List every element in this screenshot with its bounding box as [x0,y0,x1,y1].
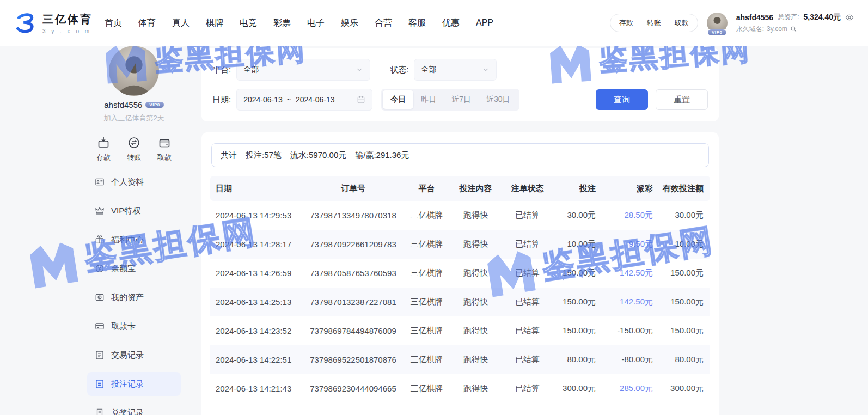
sidebar-item-bet-records[interactable]: 投注记录 [87,372,181,396]
summary-winloss: 输/赢:291.36元 [355,150,409,161]
coin-icon [95,264,105,273]
brand[interactable]: 三亿体育 3 y . c o m [14,11,93,34]
sidebar-item-transactions[interactable]: 交易记录 [87,343,181,367]
cell-valid: 30.00元 [659,210,710,221]
cell-platform: 三亿棋牌 [404,210,450,221]
table-row: 2024-06-13 14:21:437379869230444094665三亿… [210,374,710,403]
profile-avatar[interactable] [109,46,159,96]
brand-logo-icon [14,11,37,34]
table-row: 2024-06-13 14:25:137379870132387227081三亿… [210,288,710,316]
cell-payout: -150.00元 [602,326,659,336]
cell-order: 7379869522501870876 [303,355,404,364]
nav-item[interactable]: 电子 [307,17,325,29]
nav-item[interactable]: 首页 [105,17,122,29]
cell-date: 2024-06-13 14:22:51 [210,355,303,364]
sidebar-vip-badge: VIP0 [145,102,163,108]
crown-icon [95,206,105,216]
search-icon[interactable] [790,26,797,33]
cell-content: 跑得快 [450,383,502,394]
status-select[interactable]: 全部 [414,59,497,81]
quick-deposit[interactable]: 存款 [90,136,117,162]
date-range-input[interactable]: 2024-06-13 ~ 2024-06-13 [236,89,372,111]
sidebar-username: ahsfd4556 [104,100,142,109]
bet-records-table: 日期 订单号 平台 投注内容 注单状态 投注 派彩 有效投注额 2024-06-… [210,176,710,403]
transfer-icon [127,136,140,149]
nav-item[interactable]: 体育 [138,17,156,29]
bet-record-icon [95,379,105,389]
summary-total-label: 共计 [221,150,237,161]
nav-item[interactable]: 真人 [172,17,190,29]
range-7days-button[interactable]: 近7日 [444,90,479,109]
sidebar-item-vip[interactable]: VIP特权 [87,199,181,223]
cell-content: 跑得快 [450,268,502,278]
wallet-actions: 存款 转账 取款 [610,14,698,32]
main-nav: 首页 体育 真人 棋牌 电竞 彩票 电子 娱乐 合营 客服 优惠 APP [105,17,493,29]
cell-platform: 三亿棋牌 [404,268,450,278]
platform-select[interactable]: 全部 [236,59,370,81]
cell-payout: 142.50元 [602,268,659,278]
range-yesterday-button[interactable]: 昨日 [413,90,444,109]
chevron-down-icon [482,66,490,74]
date-to: 2024-06-13 [296,95,335,104]
header-avatar-wrap[interactable]: VIP0 [706,13,729,33]
search-button[interactable]: 查询 [596,89,648,110]
transfer-button[interactable]: 转账 [640,14,668,32]
table-header-row: 日期 订单号 平台 投注内容 注单状态 投注 派彩 有效投注额 [210,176,710,201]
table-row: 2024-06-13 14:28:177379870922661209783三亿… [210,230,710,259]
cell-content: 跑得快 [450,297,502,307]
deposit-button[interactable]: 存款 [613,14,640,32]
cell-order: 7379869230444094665 [303,384,404,393]
cell-valid: 150.00元 [659,268,710,278]
cell-payout: 142.50元 [602,297,659,307]
sidebar-item-profile[interactable]: 个人资料 [87,170,181,194]
cell-bet: 30.00元 [553,210,602,221]
nav-item[interactable]: 客服 [408,17,426,29]
nav-item[interactable]: 彩票 [273,17,291,29]
quick-range-group: 今日 昨日 近7日 近30日 [381,89,519,111]
nav-item[interactable]: 电竞 [240,17,257,29]
nav-item[interactable]: 棋牌 [206,17,223,29]
joined-days: 加入三亿体育第2天 [87,113,181,123]
cell-content: 跑得快 [450,210,502,221]
cell-valid: 10.00元 [659,239,710,249]
sidebar-item-yuebao[interactable]: 余额宝 [87,257,181,280]
cell-payout: 28.50元 [602,210,659,221]
cell-status: 已结算 [502,210,553,221]
sidebar-item-prize-records[interactable]: 兑奖记录 [87,401,181,415]
nav-item[interactable]: 优惠 [442,17,460,29]
cell-valid: 150.00元 [659,297,710,307]
reset-button[interactable]: 重置 [656,89,708,110]
summary-bar: 共计 投注:57笔 流水:5970.00元 输/赢:291.36元 [211,143,709,167]
quick-withdraw[interactable]: 取款 [151,136,178,162]
withdraw-button[interactable]: 取款 [668,14,695,32]
deposit-icon [97,136,110,149]
domain-label: 永久域名: [736,25,764,34]
main-content: 平台: 全部 状态: 全部 日期: 2024-06-13 ~ 2024-06-1… [201,48,719,415]
watermark-logo-icon [22,232,84,294]
sidebar-item-withdraw-card[interactable]: 取款卡 [87,314,181,338]
cell-content: 跑得快 [450,355,502,365]
table-row: 2024-06-13 14:29:537379871334978070318三亿… [210,201,710,230]
nav-item[interactable]: 合营 [375,17,392,29]
cell-order: 7379871334978070318 [303,211,404,220]
nav-item[interactable]: 娱乐 [341,17,358,29]
cell-date: 2024-06-13 14:25:13 [210,297,303,307]
brand-domain: 3 y . c o m [42,28,93,34]
cell-status: 已结算 [502,355,553,365]
top-header: 三亿体育 3 y . c o m 首页 体育 真人 棋牌 电竞 彩票 电子 娱乐… [0,0,868,46]
cell-date: 2024-06-13 14:29:53 [210,211,303,220]
cell-content: 跑得快 [450,326,502,336]
sidebar-item-welfare[interactable]: 福利中心 [87,228,181,252]
list-doc-icon [95,350,105,360]
range-30days-button[interactable]: 近30日 [479,90,518,109]
range-today-button[interactable]: 今日 [383,90,413,109]
cell-order: 7379870132387227081 [303,297,404,307]
quick-transfer[interactable]: 转账 [121,136,147,162]
table-body: 2024-06-13 14:29:537379871334978070318三亿… [210,201,710,403]
eye-icon[interactable] [845,13,854,22]
domain-value: 3y.com [767,25,787,33]
header-right: 存款 转账 取款 VIP0 ahsfd4556 总资产: 5,324.40元 永… [610,13,854,34]
sidebar-item-assets[interactable]: 我的资产 [87,285,181,309]
brand-name: 三亿体育 [42,12,93,27]
nav-item[interactable]: APP [476,18,493,28]
